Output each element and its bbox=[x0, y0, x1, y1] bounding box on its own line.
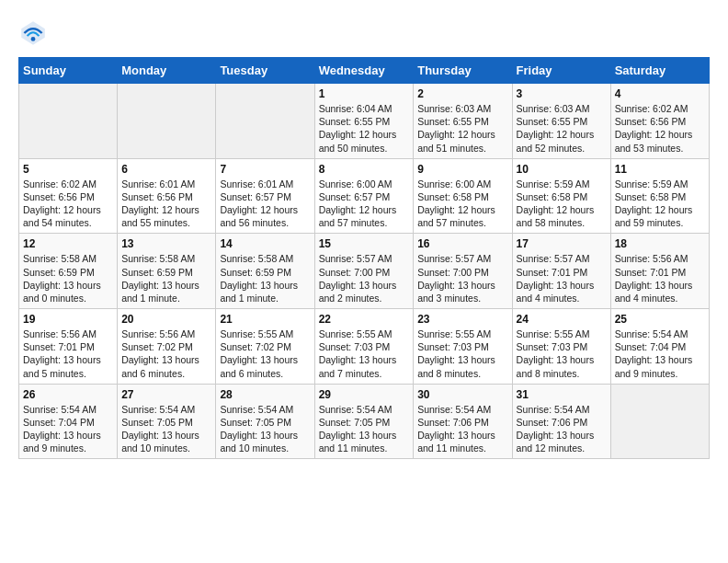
svg-point-1 bbox=[31, 37, 36, 41]
calendar-cell: 8Sunrise: 6:00 AM Sunset: 6:57 PM Daylig… bbox=[314, 158, 414, 234]
calendar-cell: 14Sunrise: 5:58 AM Sunset: 6:59 PM Dayli… bbox=[216, 234, 314, 309]
calendar-cell: 28Sunrise: 5:54 AM Sunset: 7:05 PM Dayli… bbox=[216, 384, 314, 459]
day-info: Sunrise: 5:54 AM Sunset: 7:06 PM Dayligh… bbox=[517, 403, 607, 455]
calendar-cell: 27Sunrise: 5:54 AM Sunset: 7:05 PM Dayli… bbox=[118, 384, 216, 459]
calendar-cell: 30Sunrise: 5:54 AM Sunset: 7:06 PM Dayli… bbox=[414, 384, 512, 459]
day-number: 17 bbox=[517, 237, 607, 250]
day-info: Sunrise: 5:54 AM Sunset: 7:05 PM Dayligh… bbox=[319, 403, 410, 455]
day-info: Sunrise: 6:02 AM Sunset: 6:56 PM Dayligh… bbox=[615, 102, 705, 155]
logo bbox=[18, 18, 51, 48]
day-header-saturday: Saturday bbox=[610, 58, 709, 84]
day-info: Sunrise: 5:54 AM Sunset: 7:04 PM Dayligh… bbox=[615, 327, 705, 380]
calendar-cell bbox=[610, 384, 709, 459]
calendar-header-row: SundayMondayTuesdayWednesdayThursdayFrid… bbox=[19, 58, 710, 84]
day-number: 12 bbox=[23, 237, 113, 250]
calendar-cell: 2Sunrise: 6:03 AM Sunset: 6:55 PM Daylig… bbox=[414, 84, 512, 159]
calendar-cell: 29Sunrise: 5:54 AM Sunset: 7:05 PM Dayli… bbox=[314, 384, 414, 459]
day-info: Sunrise: 6:03 AM Sunset: 6:55 PM Dayligh… bbox=[417, 102, 507, 155]
day-number: 25 bbox=[615, 313, 705, 326]
day-info: Sunrise: 5:59 AM Sunset: 6:58 PM Dayligh… bbox=[517, 178, 607, 230]
day-number: 7 bbox=[220, 163, 310, 176]
day-info: Sunrise: 5:55 AM Sunset: 7:02 PM Dayligh… bbox=[220, 327, 310, 380]
day-number: 1 bbox=[319, 87, 410, 100]
day-number: 6 bbox=[121, 163, 211, 176]
day-info: Sunrise: 5:59 AM Sunset: 6:58 PM Dayligh… bbox=[615, 178, 705, 230]
day-info: Sunrise: 5:58 AM Sunset: 6:59 PM Dayligh… bbox=[220, 252, 310, 304]
calendar-cell: 20Sunrise: 5:56 AM Sunset: 7:02 PM Dayli… bbox=[118, 309, 216, 385]
day-number: 22 bbox=[319, 313, 410, 326]
day-info: Sunrise: 5:54 AM Sunset: 7:06 PM Dayligh… bbox=[417, 403, 507, 455]
calendar-cell bbox=[19, 84, 118, 159]
day-number: 24 bbox=[517, 313, 607, 326]
calendar-cell: 10Sunrise: 5:59 AM Sunset: 6:58 PM Dayli… bbox=[512, 158, 610, 234]
day-number: 18 bbox=[615, 237, 705, 250]
day-info: Sunrise: 5:58 AM Sunset: 6:59 PM Dayligh… bbox=[23, 252, 113, 304]
calendar-cell: 24Sunrise: 5:55 AM Sunset: 7:03 PM Dayli… bbox=[512, 309, 610, 385]
calendar-cell: 11Sunrise: 5:59 AM Sunset: 6:58 PM Dayli… bbox=[610, 158, 709, 234]
day-info: Sunrise: 5:55 AM Sunset: 7:03 PM Dayligh… bbox=[417, 327, 507, 380]
day-number: 30 bbox=[417, 388, 507, 401]
calendar-cell: 13Sunrise: 5:58 AM Sunset: 6:59 PM Dayli… bbox=[118, 234, 216, 309]
calendar-cell: 26Sunrise: 5:54 AM Sunset: 7:04 PM Dayli… bbox=[19, 384, 118, 459]
day-number: 10 bbox=[517, 163, 607, 176]
day-number: 11 bbox=[615, 163, 705, 176]
day-info: Sunrise: 5:56 AM Sunset: 7:01 PM Dayligh… bbox=[615, 252, 705, 304]
day-info: Sunrise: 6:02 AM Sunset: 6:56 PM Dayligh… bbox=[23, 178, 113, 230]
day-number: 23 bbox=[417, 313, 507, 326]
day-header-tuesday: Tuesday bbox=[216, 58, 314, 84]
day-number: 29 bbox=[319, 388, 410, 401]
calendar-week-1: 5Sunrise: 6:02 AM Sunset: 6:56 PM Daylig… bbox=[19, 158, 710, 234]
calendar-cell: 5Sunrise: 6:02 AM Sunset: 6:56 PM Daylig… bbox=[19, 158, 118, 234]
day-info: Sunrise: 5:57 AM Sunset: 7:00 PM Dayligh… bbox=[319, 252, 410, 304]
calendar-week-4: 26Sunrise: 5:54 AM Sunset: 7:04 PM Dayli… bbox=[19, 384, 710, 459]
day-number: 9 bbox=[417, 163, 507, 176]
day-info: Sunrise: 6:00 AM Sunset: 6:58 PM Dayligh… bbox=[417, 178, 507, 230]
day-number: 13 bbox=[121, 237, 211, 250]
day-number: 16 bbox=[417, 237, 507, 250]
day-header-wednesday: Wednesday bbox=[314, 58, 414, 84]
day-number: 2 bbox=[417, 87, 507, 100]
day-number: 15 bbox=[319, 237, 410, 250]
calendar-cell: 19Sunrise: 5:56 AM Sunset: 7:01 PM Dayli… bbox=[19, 309, 118, 385]
calendar-cell: 16Sunrise: 5:57 AM Sunset: 7:00 PM Dayli… bbox=[414, 234, 512, 309]
calendar-cell: 1Sunrise: 6:04 AM Sunset: 6:55 PM Daylig… bbox=[314, 84, 414, 159]
calendar-cell: 18Sunrise: 5:56 AM Sunset: 7:01 PM Dayli… bbox=[610, 234, 709, 309]
day-number: 4 bbox=[615, 87, 705, 100]
calendar-cell: 31Sunrise: 5:54 AM Sunset: 7:06 PM Dayli… bbox=[512, 384, 610, 459]
calendar-table: SundayMondayTuesdayWednesdayThursdayFrid… bbox=[18, 57, 710, 459]
page-header bbox=[18, 18, 710, 48]
day-number: 20 bbox=[121, 313, 211, 326]
day-number: 8 bbox=[319, 163, 410, 176]
calendar-cell: 3Sunrise: 6:03 AM Sunset: 6:55 PM Daylig… bbox=[512, 84, 610, 159]
day-number: 28 bbox=[220, 388, 310, 401]
calendar-cell: 17Sunrise: 5:57 AM Sunset: 7:01 PM Dayli… bbox=[512, 234, 610, 309]
day-info: Sunrise: 5:58 AM Sunset: 6:59 PM Dayligh… bbox=[121, 252, 211, 304]
day-info: Sunrise: 6:01 AM Sunset: 6:56 PM Dayligh… bbox=[121, 178, 211, 230]
day-info: Sunrise: 6:01 AM Sunset: 6:57 PM Dayligh… bbox=[220, 178, 310, 230]
day-number: 3 bbox=[517, 87, 607, 100]
calendar-cell: 6Sunrise: 6:01 AM Sunset: 6:56 PM Daylig… bbox=[118, 158, 216, 234]
day-info: Sunrise: 6:04 AM Sunset: 6:55 PM Dayligh… bbox=[319, 102, 410, 155]
day-info: Sunrise: 5:54 AM Sunset: 7:04 PM Dayligh… bbox=[23, 403, 113, 455]
day-info: Sunrise: 5:55 AM Sunset: 7:03 PM Dayligh… bbox=[517, 327, 607, 380]
calendar-cell: 23Sunrise: 5:55 AM Sunset: 7:03 PM Dayli… bbox=[414, 309, 512, 385]
day-number: 5 bbox=[23, 163, 113, 176]
calendar-cell: 12Sunrise: 5:58 AM Sunset: 6:59 PM Dayli… bbox=[19, 234, 118, 309]
day-info: Sunrise: 5:55 AM Sunset: 7:03 PM Dayligh… bbox=[319, 327, 410, 380]
day-header-sunday: Sunday bbox=[19, 58, 118, 84]
logo-icon bbox=[18, 18, 48, 48]
calendar-week-3: 19Sunrise: 5:56 AM Sunset: 7:01 PM Dayli… bbox=[19, 309, 710, 385]
day-info: Sunrise: 5:57 AM Sunset: 7:01 PM Dayligh… bbox=[517, 252, 607, 304]
calendar-cell: 22Sunrise: 5:55 AM Sunset: 7:03 PM Dayli… bbox=[314, 309, 414, 385]
calendar-week-2: 12Sunrise: 5:58 AM Sunset: 6:59 PM Dayli… bbox=[19, 234, 710, 309]
day-header-monday: Monday bbox=[118, 58, 216, 84]
day-number: 26 bbox=[23, 388, 113, 401]
calendar-cell: 4Sunrise: 6:02 AM Sunset: 6:56 PM Daylig… bbox=[610, 84, 709, 159]
day-header-friday: Friday bbox=[512, 58, 610, 84]
calendar-cell: 15Sunrise: 5:57 AM Sunset: 7:00 PM Dayli… bbox=[314, 234, 414, 309]
day-number: 31 bbox=[517, 388, 607, 401]
day-info: Sunrise: 5:57 AM Sunset: 7:00 PM Dayligh… bbox=[417, 252, 507, 304]
day-number: 21 bbox=[220, 313, 310, 326]
calendar-cell bbox=[118, 84, 216, 159]
day-info: Sunrise: 5:54 AM Sunset: 7:05 PM Dayligh… bbox=[220, 403, 310, 455]
